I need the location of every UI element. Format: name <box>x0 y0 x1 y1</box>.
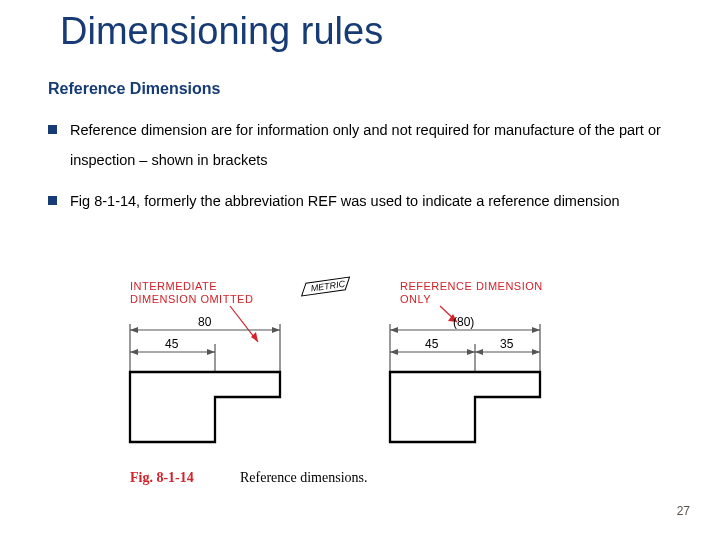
label-ref-dim: REFERENCE DIMENSION <box>400 280 543 292</box>
svg-marker-24 <box>475 349 483 355</box>
figure-caption-ref: Fig. 8-1-14 <box>130 470 194 485</box>
figure-caption-text: Reference dimensions. <box>240 470 368 485</box>
svg-marker-22 <box>467 349 475 355</box>
dim-80-right: (80) <box>453 315 474 329</box>
section-subtitle: Reference Dimensions <box>48 80 221 98</box>
list-item: Reference dimension are for information … <box>48 115 668 176</box>
label-omitted: DIMENSION OMITTED <box>130 293 253 305</box>
page-number: 27 <box>677 504 690 518</box>
svg-marker-18 <box>532 327 540 333</box>
slide: Dimensioning rules Reference Dimensions … <box>0 0 720 540</box>
dim-80-left: 80 <box>198 315 212 329</box>
figure-reference-dimensions: INTERMEDIATE DIMENSION OMITTED 80 45 <box>110 272 610 502</box>
metric-badge: METRIC <box>300 277 351 296</box>
svg-marker-17 <box>390 327 398 333</box>
label-intermediate: INTERMEDIATE <box>130 280 217 292</box>
dim-45-right: 45 <box>425 337 439 351</box>
svg-marker-9 <box>130 349 138 355</box>
svg-text:METRIC: METRIC <box>310 279 346 294</box>
dim-45-left: 45 <box>165 337 179 351</box>
bullet-list: Reference dimension are for information … <box>48 115 668 226</box>
svg-marker-25 <box>532 349 540 355</box>
dim-35-right: 35 <box>500 337 514 351</box>
list-item: Fig 8-1-14, formerly the abbreviation RE… <box>48 186 668 216</box>
page-title: Dimensioning rules <box>60 10 383 53</box>
svg-marker-5 <box>130 327 138 333</box>
svg-marker-10 <box>207 349 215 355</box>
svg-marker-6 <box>272 327 280 333</box>
svg-marker-21 <box>390 349 398 355</box>
label-only: ONLY <box>400 293 431 305</box>
